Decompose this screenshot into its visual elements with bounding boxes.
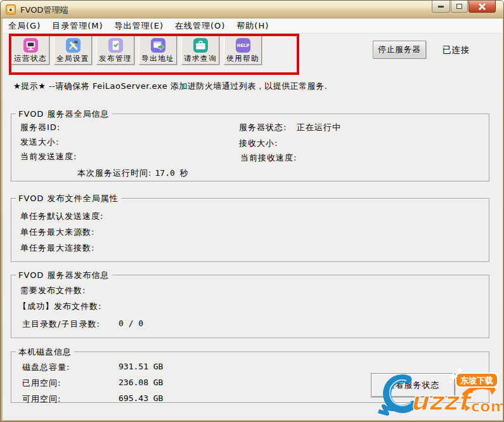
window-controls [431,1,496,13]
disk-info-groupbox: 本机磁盘信息 磁盘总容量: 931.51 GB 已用空间: 236.08 GB … [11,352,489,403]
tool-button-label: 全局设置 [56,54,89,63]
publish-management-button[interactable]: 发布管理 [96,36,134,65]
doc-check-icon [108,37,124,53]
stop-server-button[interactable]: 停止服务器 [373,41,426,58]
dir-count-value: 0 / 0 [119,319,143,328]
publish-attrs-groupbox: FVOD 发布文件全局属性 单任务默认发送速度: 单任务最大来源数: 单任务最大… [11,198,489,262]
groupbox-title: FVOD 服务器发布信息 [16,270,112,281]
tool-button-label: 导出地址 [141,54,174,63]
dir-count-label: 主目录数/子目录数: [22,319,100,330]
global-settings-button[interactable]: 全局设置 [54,36,92,65]
recv-size-label: 接收大小: [239,138,278,149]
menu-help[interactable]: 帮助(H) [231,18,275,34]
max-connections-label: 单任务最大连接数: [20,242,94,254]
app-window: FVOD管理端 全局(G) 目录管理(M) 导出管理(E) 在线管理(O) 帮助… [0,0,504,422]
default-send-speed-label: 单任务默认发送速度: [20,211,103,222]
minimize-button[interactable] [432,1,450,13]
request-query-button[interactable]: 请求查询 [181,36,219,65]
tools-icon [65,37,81,53]
disk-used-label: 已用空间: [22,378,61,389]
disk-total-label: 磁盘总容量: [22,362,70,373]
runtime-row: 本次服务运行时间: 17.0 秒 [77,168,188,179]
server-status-label: 服务器状态: [239,122,287,133]
app-icon [6,4,16,15]
disk-free-value: 695.43 GB [119,393,163,403]
svg-text:HELP: HELP [236,43,249,48]
groupbox-title: FVOD 服务器全局信息 [16,109,112,120]
runtime-value: 17.0 秒 [155,168,188,178]
menu-directory-management[interactable]: 目录管理(M) [46,18,108,34]
send-speed-label: 当前发送速度: [20,151,77,162]
close-button[interactable] [468,1,496,13]
disk-free-label: 可用空间: [22,393,61,405]
groupbox-title: FVOD 发布文件全局属性 [16,193,121,204]
recv-speed-label: 当前接收速度: [240,152,297,164]
maximize-icon [456,4,462,9]
disk-total-value: 931.51 GB [119,362,163,371]
view-service-status-button[interactable]: 查看服务状态 [371,373,455,397]
firewall-notice: ★提示★ --请确保将 FeiLaoServer.exe 添加进防火墙通过列表，… [13,81,327,92]
client-area: 运营状态 全局设置 发布管理 [3,34,503,420]
need-publish-label: 需要发布文件数: [20,285,86,296]
max-sources-label: 单任务最大来源数: [20,227,94,238]
groupbox-title: 本机磁盘信息 [16,346,74,358]
help-icon: HELP [235,37,251,53]
server-status-value: 正在运行中 [297,122,341,133]
window-title: FVOD管理端 [20,4,68,16]
briefcase-icon [193,37,209,53]
menu-export-management[interactable]: 导出管理(E) [109,18,169,34]
operation-status-button[interactable]: 运营状态 [11,36,49,65]
export-address-button[interactable]: 导出地址 [139,36,177,65]
tool-button-label: 运营状态 [14,54,47,63]
runtime-label: 本次服务运行时间: [77,168,152,178]
toolbar: 运营状态 全局设置 发布管理 [11,36,262,65]
help-button[interactable]: HELP 使用帮助 [224,36,262,65]
maximize-button[interactable] [451,1,468,13]
minimize-icon [438,6,444,8]
disk-used-value: 236.08 GB [119,378,163,387]
tool-button-label: 使用帮助 [226,54,259,63]
server-info-groupbox: FVOD 服务器全局信息 服务器ID: 服务器状态: 正在运行中 发送大小: 接… [11,114,489,181]
publish-info-groupbox: FVOD 服务器发布信息 需要发布文件数: 【成功】发布文件数: 主目录数/子目… [11,275,489,338]
menu-online-management[interactable]: 在线管理(O) [169,18,231,34]
server-id-label: 服务器ID: [20,122,60,133]
menu-global[interactable]: 全局(G) [3,18,46,34]
connection-status-label: 已连接 [443,44,470,56]
success-publish-label: 【成功】发布文件数: [18,301,101,312]
menu-bar: 全局(G) 目录管理(M) 导出管理(E) 在线管理(O) 帮助(H) [3,18,503,34]
title-bar: FVOD管理端 [1,1,504,18]
export-window-icon [150,37,166,53]
tool-button-label: 发布管理 [99,54,132,63]
send-size-label: 发送大小: [20,136,59,148]
monitor-icon [23,37,39,53]
close-icon [479,3,486,10]
tool-button-label: 请求查询 [184,54,217,63]
